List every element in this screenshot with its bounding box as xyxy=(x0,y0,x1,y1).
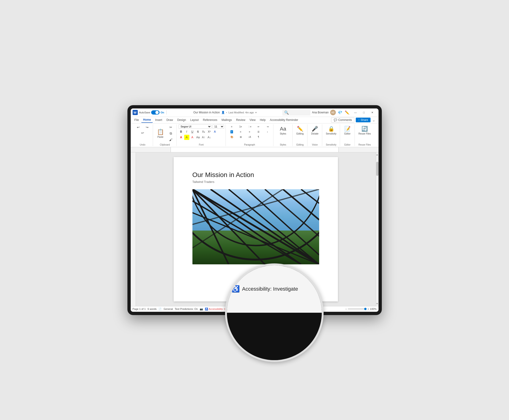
show-formatting-button[interactable]: ¶ xyxy=(254,135,263,139)
menu-item-insert[interactable]: Insert xyxy=(153,117,164,123)
dropdown-chevron-icon[interactable]: ▾ xyxy=(255,111,257,114)
word-logo-icon: W xyxy=(133,110,138,115)
align-center-button[interactable]: ≡ xyxy=(236,130,245,134)
diamond-icon[interactable]: 💎 xyxy=(337,110,343,115)
shading-button[interactable]: 🎨 xyxy=(228,135,236,139)
menu-item-mailings[interactable]: Mailings xyxy=(220,117,234,123)
share-button[interactable]: ↑ Share xyxy=(356,118,370,122)
maximize-button[interactable]: □ xyxy=(360,109,368,116)
steel-beams xyxy=(192,189,319,264)
strikethrough-button[interactable]: S xyxy=(195,129,201,134)
numbering-button[interactable]: 1≡ xyxy=(236,124,245,129)
highlight-button[interactable]: A xyxy=(184,135,189,140)
toggle-knob xyxy=(155,111,159,114)
decrease-indent-button[interactable]: ⇤ xyxy=(254,124,263,129)
scroll-track[interactable] xyxy=(376,180,378,301)
vertical-scrollbar[interactable]: ▲ ▼ xyxy=(376,152,378,306)
editing-button[interactable]: ✏️ Editing xyxy=(295,124,306,136)
comments-button[interactable]: 💬 Comments xyxy=(331,117,354,123)
zoom-out-button[interactable]: − xyxy=(345,308,347,310)
zoom-slider[interactable] xyxy=(348,308,367,309)
menu-item-design[interactable]: Design xyxy=(175,117,188,123)
line-spacing-button[interactable]: ↕ xyxy=(263,130,272,134)
borders-button[interactable]: ⊞ xyxy=(236,135,245,139)
editor-label: Editor xyxy=(344,132,350,135)
ruler-scale xyxy=(171,147,339,152)
change-case-button[interactable]: Aa xyxy=(195,135,201,140)
editor-button[interactable]: 📝 Editor xyxy=(342,124,353,136)
underline-button[interactable]: U xyxy=(190,129,195,134)
undo-icon: ↩ xyxy=(137,125,140,129)
redo-button[interactable]: ↪ xyxy=(143,124,151,130)
menu-item-file[interactable]: File xyxy=(133,117,141,123)
increase-indent-button[interactable]: ⇥ xyxy=(263,124,272,129)
minimize-button[interactable]: — xyxy=(351,109,360,116)
bold-button[interactable]: B xyxy=(179,129,184,134)
copy-button[interactable]: ⧉ xyxy=(167,131,175,136)
paste-icon: 📋 xyxy=(157,129,164,135)
menu-item-view[interactable]: View xyxy=(248,117,258,123)
sensitivity-button[interactable]: 🔒 Sensitivity xyxy=(324,124,338,136)
ribbon-group-clipboard: 📋 Paste ✂ ⧉ 🖌 Cl xyxy=(154,124,177,146)
align-right-button[interactable]: ≡ xyxy=(245,130,254,134)
person-icon: 👤 xyxy=(221,111,225,114)
scroll-up-button[interactable]: ▲ xyxy=(376,152,378,157)
italic-button[interactable]: I xyxy=(184,129,189,134)
multilevel-button[interactable]: ⋮≡ xyxy=(245,124,254,129)
text-predictions: Text Predictions: On xyxy=(175,308,198,310)
shrink-font-button[interactable]: A↓ xyxy=(207,135,212,140)
align-left-button[interactable]: ≡ xyxy=(228,129,236,134)
divider xyxy=(166,110,167,115)
menu-item-help[interactable]: Help xyxy=(258,117,267,123)
undo-button2[interactable]: ↩ xyxy=(139,130,147,136)
reuse-files-button[interactable]: 🔄 Reuse Files xyxy=(357,124,373,136)
avatar[interactable]: AB xyxy=(330,110,336,115)
title-bar: W AutoSave On Our Mission in Action 👤 • … xyxy=(131,108,378,117)
zoom-in-button[interactable]: + xyxy=(368,308,369,310)
autosave-toggle[interactable] xyxy=(151,110,160,115)
menu-item-home[interactable]: Home xyxy=(141,117,153,123)
undo-button[interactable]: ↩ xyxy=(134,124,142,130)
pen-icon[interactable]: ✏️ xyxy=(344,110,350,115)
font-label: Font xyxy=(199,142,203,146)
expand-ribbon-icon[interactable]: ⌄ xyxy=(371,117,377,123)
close-button[interactable]: ✕ xyxy=(368,109,377,116)
window-controls: — □ ✕ xyxy=(351,109,377,116)
paste-button[interactable]: 📋 Paste xyxy=(155,124,166,142)
scroll-thumb[interactable] xyxy=(376,162,378,176)
bullets-button[interactable]: ≡ xyxy=(228,124,236,129)
accessibility-text: Accessibility: Investigate xyxy=(242,286,298,292)
styles-button[interactable]: Aa Styles xyxy=(277,124,289,136)
dictate-button[interactable]: 🎤 Dictate xyxy=(309,124,321,136)
justify-button[interactable]: ☰ xyxy=(254,130,263,134)
sort-button[interactable]: ↕A xyxy=(245,135,254,139)
font-color2-button[interactable]: A xyxy=(190,135,195,140)
font-size-select[interactable]: 11 xyxy=(212,124,224,129)
menu-item-accessibility[interactable]: Accessibility Reminder xyxy=(268,117,300,123)
zoom-percent: 100% xyxy=(370,308,376,310)
search-box[interactable]: 🔍 xyxy=(282,110,310,115)
numbering-icon: 1≡ xyxy=(239,125,242,128)
superscript-button[interactable]: X² xyxy=(207,129,212,134)
document-subtitle: Tailwind Traders xyxy=(192,180,319,184)
font-color-button[interactable]: A xyxy=(179,135,184,140)
menu-item-draw[interactable]: Draw xyxy=(164,117,175,123)
document-check-icon: 📄 xyxy=(158,308,162,311)
sort-icon: ↕A xyxy=(248,136,251,138)
grow-font-button[interactable]: A↑ xyxy=(201,135,206,140)
document-title: Our Mission in Action xyxy=(192,171,319,179)
menu-item-layout[interactable]: Layout xyxy=(188,117,201,123)
sensitivity-label: Sensitivity xyxy=(326,132,337,135)
scroll-down-button[interactable]: ▼ xyxy=(376,301,378,306)
format-painter-button[interactable]: 🖌 xyxy=(167,137,175,142)
menu-item-references[interactable]: References xyxy=(201,117,219,123)
align-right-icon: ≡ xyxy=(249,131,251,133)
autosave-label: AutoSave xyxy=(139,111,150,114)
subscript-button[interactable]: X₂ xyxy=(201,129,206,134)
menu-item-review[interactable]: Review xyxy=(234,117,247,123)
zoom-thumb xyxy=(364,308,367,310)
multilevel-icon: ⋮≡ xyxy=(248,125,251,128)
cut-button[interactable]: ✂ xyxy=(167,124,175,130)
font-family-select[interactable]: Segoe UI xyxy=(179,124,211,129)
text-effects-button[interactable]: A xyxy=(212,129,218,134)
